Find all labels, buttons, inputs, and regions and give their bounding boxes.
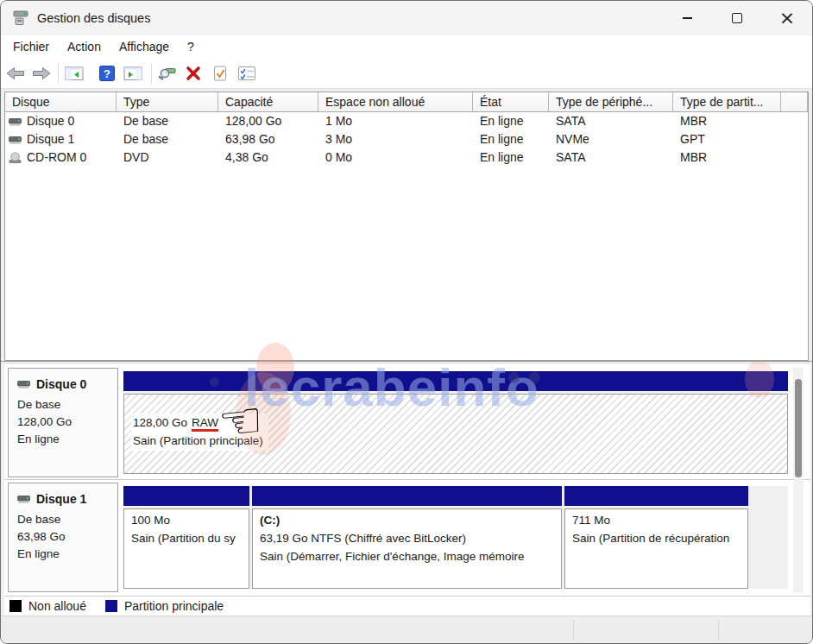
checklist-panel-icon[interactable]	[236, 63, 257, 84]
disk1-capacity: 63,98 Go	[17, 528, 112, 546]
cell-type: De base	[117, 112, 218, 130]
search-drive-icon[interactable]	[157, 63, 178, 84]
cell-capacity: 63,98 Go	[218, 130, 318, 148]
disk1-partition-region: 100 Mo Sain (Partition du sy (C:) 63,19 …	[123, 486, 788, 589]
status-bar-divider	[718, 620, 719, 641]
menu-bar: Fichier Action Affichage ?	[1, 35, 812, 58]
partition-size: 128,00 Go	[133, 416, 187, 429]
status-bar	[1, 616, 812, 644]
partition-size: 63,19 Go NTFS (Chiffré avec BitLocker)	[260, 529, 554, 547]
column-header-capacite[interactable]: Capacité	[218, 92, 318, 112]
disk1-partition-system[interactable]: 100 Mo Sain (Partition du sy	[123, 486, 249, 589]
unallocated-color-swatch	[9, 600, 22, 612]
disk1-label-panel[interactable]: Disque 1 De base 63,98 Go En ligne	[8, 483, 118, 592]
disk-drive-icon	[17, 378, 31, 390]
disk1-status: En ligne	[17, 546, 112, 563]
cell-status: En ligne	[473, 148, 549, 167]
back-arrow-icon[interactable]	[5, 63, 26, 84]
disk0-partition-region: 128,00 GoRAW Sain (Partition principale)	[123, 371, 788, 474]
partition-status: Sain (Partition principale)	[133, 432, 263, 450]
column-header-type-partition[interactable]: Type de partit...	[673, 92, 781, 112]
menu-fichier[interactable]: Fichier	[13, 40, 49, 54]
vertical-scrollbar[interactable]	[793, 368, 804, 592]
disk-drive-icon	[9, 116, 22, 128]
svg-text:?: ?	[104, 66, 110, 79]
disk0-type: De base	[17, 396, 112, 414]
close-button[interactable]: ×	[766, 1, 809, 35]
disk0-partition-raw[interactable]: 128,00 GoRAW Sain (Partition principale)	[123, 371, 788, 474]
primary-partition-strip	[123, 486, 249, 506]
table-row-cdrom-0[interactable]: CD-ROM 0 DVD 4,38 Go 0 Mo En ligne SATA …	[5, 148, 808, 167]
primary-partition-strip	[564, 486, 748, 506]
forward-arrow-icon[interactable]	[31, 63, 52, 84]
disk1-partition-c[interactable]: (C:) 63,19 Go NTFS (Chiffré avec BitLock…	[252, 486, 562, 589]
maximize-button[interactable]	[715, 1, 759, 35]
cell-type: DVD	[117, 148, 218, 167]
disk0-status: En ligne	[17, 431, 112, 448]
partition-status: Sain (Partition du sy	[131, 529, 242, 547]
title-bar: Gestion des disques ×	[1, 1, 812, 35]
minimize-button[interactable]	[665, 1, 709, 35]
cell-unallocated: 0 Mo	[318, 148, 473, 167]
maximize-icon	[732, 13, 742, 23]
column-header-empty[interactable]	[781, 92, 808, 112]
window-title: Gestion des disques	[37, 1, 150, 35]
disk-management-icon	[13, 9, 30, 26]
partition-filesystem-raw: RAW	[192, 416, 218, 432]
legend-label: Partition principale	[124, 599, 224, 613]
menu-help[interactable]: ?	[187, 40, 194, 54]
menu-affichage[interactable]: Affichage	[119, 40, 169, 54]
menu-action[interactable]: Action	[67, 40, 101, 54]
disk1-partition-recovery[interactable]: 711 Mo Sain (Partition de récupération	[564, 486, 748, 589]
cell-device-type: SATA	[549, 112, 673, 130]
toolbar: ?	[1, 58, 812, 89]
cell-partition-style: MBR	[673, 112, 781, 130]
disk0-capacity: 128,00 Go	[17, 414, 112, 431]
close-icon: ×	[779, 9, 795, 28]
disk-row-separator	[4, 479, 810, 480]
cell-disk-name: Disque 0	[27, 112, 74, 130]
cdrom-icon	[9, 152, 22, 164]
primary-partition-strip	[123, 371, 788, 391]
partition-status: Sain (Démarrer, Fichier d'échange, Image…	[260, 547, 554, 565]
disk1-name: Disque 1	[36, 492, 86, 506]
cell-partition-style: MBR	[673, 148, 781, 167]
disk0-label-panel[interactable]: Disque 0 De base 128,00 Go En ligne	[8, 368, 118, 477]
legend-label: Non alloué	[28, 599, 86, 613]
cell-partition-style: GPT	[673, 130, 781, 148]
legend-item-unallocated: Non alloué	[9, 599, 86, 613]
cell-capacity: 128,00 Go	[218, 112, 318, 130]
show-console-tree-icon[interactable]	[64, 63, 85, 84]
primary-partition-strip	[252, 486, 562, 506]
column-header-etat[interactable]: État	[473, 92, 549, 112]
column-header-disque[interactable]: Disque	[5, 92, 117, 112]
disk-drive-icon	[17, 493, 31, 505]
legend-item-primary-partition: Partition principale	[105, 599, 224, 613]
disk1-type: De base	[17, 511, 112, 528]
cell-unallocated: 3 Mo	[318, 130, 473, 148]
table-row-disque-1[interactable]: Disque 1 De base 63,98 Go 3 Mo En ligne …	[5, 130, 808, 148]
graphical-view: Disque 0 De base 128,00 Go En ligne 128,…	[4, 364, 810, 596]
column-header-type[interactable]: Type	[117, 92, 218, 112]
table-row-disque-0[interactable]: Disque 0 De base 128,00 Go 1 Mo En ligne…	[5, 112, 808, 130]
legend-bar: Non alloué Partition principale	[4, 596, 810, 616]
scrollbar-thumb[interactable]	[795, 379, 802, 477]
cell-unallocated: 1 Mo	[318, 112, 473, 130]
toolbar-separator	[151, 63, 152, 84]
delete-icon[interactable]	[183, 63, 204, 84]
cell-device-type: SATA	[549, 148, 673, 167]
partition-status: Sain (Partition de récupération	[572, 529, 741, 547]
help-icon[interactable]: ?	[97, 63, 117, 84]
primary-partition-color-swatch	[105, 600, 117, 612]
column-header-type-peripherique[interactable]: Type de périphé...	[549, 92, 673, 112]
show-action-pane-icon[interactable]	[123, 63, 143, 84]
disk-list-view: Disque Type Capacité Espace non alloué É…	[4, 92, 809, 361]
column-header-espace-non-alloue[interactable]: Espace non alloué	[318, 92, 473, 112]
validate-document-icon[interactable]	[210, 63, 230, 84]
cell-disk-name: Disque 1	[27, 130, 74, 148]
toolbar-separator	[58, 63, 59, 84]
disk0-name: Disque 0	[36, 377, 86, 391]
cell-status: En ligne	[473, 112, 549, 130]
cell-device-type: NVMe	[549, 130, 673, 148]
disk-management-window: Gestion des disques × Fichier Action Aff…	[0, 0, 813, 644]
